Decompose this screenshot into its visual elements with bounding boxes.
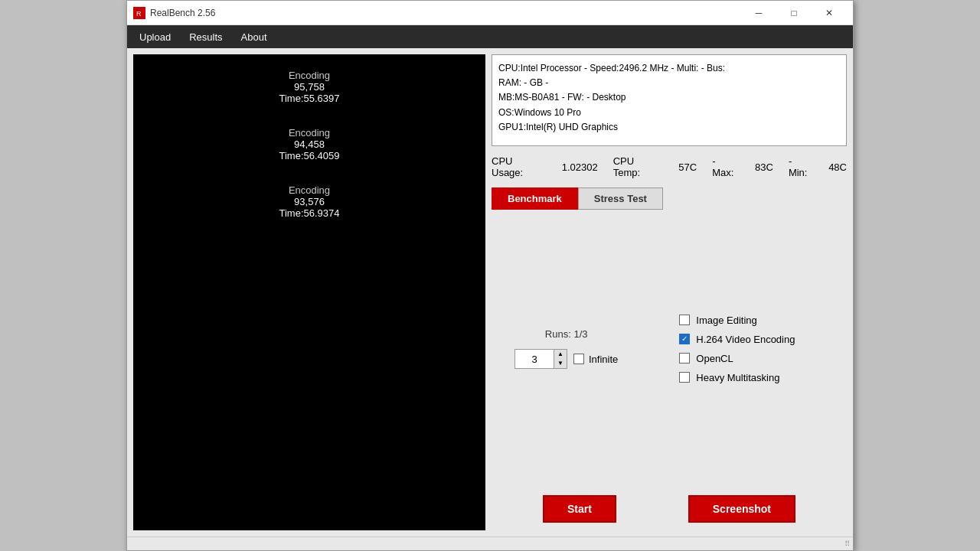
cpu-min-label: - Min: (789, 155, 813, 178)
stats-bar: CPU Usage: 1.02302 CPU Temp: 57C - Max: … (492, 152, 847, 181)
tab-bar: Benchmark Stress Test (492, 187, 847, 210)
title-bar: R RealBench 2.56 ─ □ ✕ (127, 1, 853, 25)
cpu-temp-value: 57C (678, 161, 697, 173)
content-area: Encoding 95,758 Time:55.6397 Encoding 94… (127, 48, 853, 536)
app-icon: R (133, 7, 145, 19)
encoding-value-2: 94,458 (279, 139, 339, 150)
cpu-usage-label: CPU Usage: (492, 155, 547, 178)
cpu-usage-value: 1.02302 (562, 161, 598, 173)
encoding-block-2: Encoding 94,458 Time:56.4059 (279, 127, 339, 161)
spinner-down[interactable]: ▼ (554, 359, 567, 368)
runs-label: Runs: 1/3 (545, 328, 588, 340)
runs-spinner: ▲ ▼ (514, 349, 567, 369)
encoding-time-3: Time:56.9374 (279, 207, 339, 219)
menu-results[interactable]: Results (180, 28, 231, 46)
sys-line4: OS:Windows 10 Pro (498, 106, 840, 120)
encoding-block-3: Encoding 93,576 Time:56.9374 (279, 184, 339, 219)
encoding-label-3: Encoding (279, 184, 339, 196)
encoding-value-3: 93,576 (279, 196, 339, 207)
encoding-block-1: Encoding 95,758 Time:55.6397 (279, 70, 339, 104)
main-window: R RealBench 2.56 ─ □ ✕ Upload Results Ab… (126, 0, 854, 551)
infinite-checkbox[interactable] (573, 354, 584, 364)
encoding-label-2: Encoding (279, 127, 339, 139)
spinner-up[interactable]: ▲ (554, 350, 567, 359)
start-button[interactable]: Start (543, 495, 616, 523)
label-heavy-multitasking: Heavy Multitasking (696, 372, 779, 383)
tab-stress-test[interactable]: Stress Test (578, 187, 663, 210)
right-panel: CPU:Intel Processor - Speed:2496.2 MHz -… (492, 54, 847, 530)
menu-bar: Upload Results About (127, 25, 853, 48)
spinner-buttons: ▲ ▼ (554, 350, 567, 368)
cpu-max-label: - Max: (712, 155, 740, 178)
system-info-box: CPU:Intel Processor - Speed:2496.2 MHz -… (492, 54, 847, 146)
checkbox-opencl[interactable] (679, 353, 690, 364)
tab-benchmark[interactable]: Benchmark (492, 187, 578, 210)
svg-text:R: R (136, 10, 142, 18)
runs-input-row: ▲ ▼ Infinite (514, 349, 618, 369)
checkbox-image-editing[interactable] (679, 315, 690, 325)
buttons-row: Start Screenshot (492, 487, 847, 530)
checkbox-h264-encoding[interactable] (679, 334, 690, 344)
left-panel: Encoding 95,758 Time:55.6397 Encoding 94… (133, 54, 485, 530)
option-h264-encoding: H.264 Video Encoding (679, 334, 795, 345)
infinite-row: Infinite (573, 354, 618, 365)
cpu-temp-label: CPU Temp: (613, 155, 664, 178)
close-button[interactable]: ✕ (812, 1, 847, 25)
label-h264-encoding: H.264 Video Encoding (696, 334, 795, 345)
bottom-bar: ⠿ (127, 536, 853, 550)
sys-line2: RAM: - GB - (498, 76, 840, 90)
menu-upload[interactable]: Upload (130, 28, 180, 46)
infinite-label: Infinite (589, 354, 618, 365)
menu-about[interactable]: About (232, 28, 276, 46)
benchmark-content: Runs: 1/3 ▲ ▼ Infinite (492, 216, 847, 481)
option-heavy-multitasking: Heavy Multitasking (679, 372, 795, 383)
sys-line3: MB:MS-B0A81 - FW: - Desktop (498, 90, 840, 105)
runs-section: Runs: 1/3 ▲ ▼ Infinite (492, 216, 641, 481)
title-bar-left: R RealBench 2.56 (133, 7, 215, 19)
option-opencl: OpenCL (679, 353, 795, 364)
encoding-time-1: Time:55.6397 (279, 93, 339, 104)
sys-line5: GPU1:Intel(R) UHD Graphics (498, 120, 840, 135)
options-section: Image Editing H.264 Video Encoding OpenC… (664, 216, 810, 481)
encoding-value-1: 95,758 (279, 81, 339, 93)
maximize-button[interactable]: □ (776, 1, 812, 25)
runs-input[interactable] (515, 350, 554, 368)
sys-line1: CPU:Intel Processor - Speed:2496.2 MHz -… (498, 61, 840, 76)
cpu-min-value: 48C (828, 161, 847, 173)
window-title: RealBench 2.56 (150, 8, 215, 18)
label-image-editing: Image Editing (696, 315, 757, 326)
resize-icon: ⠿ (844, 540, 850, 548)
encoding-time-2: Time:56.4059 (279, 150, 339, 161)
encoding-label-1: Encoding (279, 70, 339, 81)
screenshot-button[interactable]: Screenshot (688, 495, 795, 523)
label-opencl: OpenCL (696, 353, 733, 364)
minimize-button[interactable]: ─ (741, 1, 776, 25)
cpu-max-value: 83C (755, 161, 773, 173)
option-image-editing: Image Editing (679, 315, 795, 326)
title-bar-controls: ─ □ ✕ (741, 1, 847, 25)
checkbox-heavy-multitasking[interactable] (679, 372, 690, 383)
